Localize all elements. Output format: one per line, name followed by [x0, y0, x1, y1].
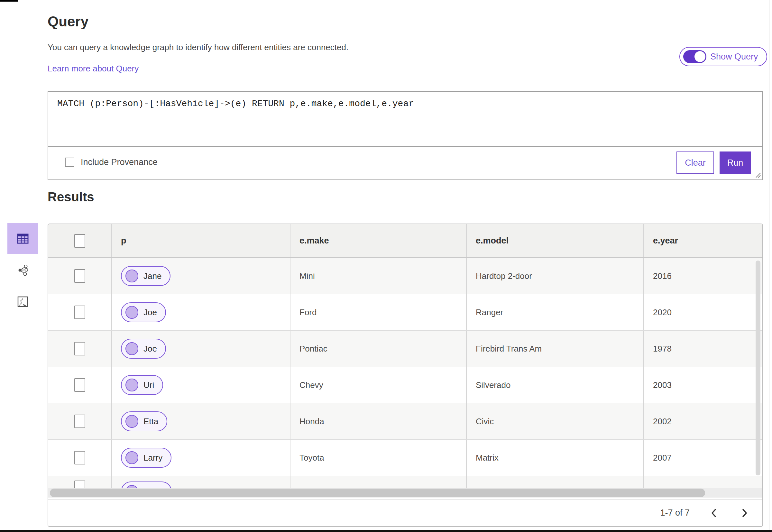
person-entity-chip[interactable]: Joe	[121, 302, 166, 322]
entity-node-icon	[125, 379, 138, 391]
column-header-year[interactable]: e.year	[653, 236, 678, 246]
tab-table-view[interactable]	[7, 223, 38, 254]
person-entity-chip[interactable]	[121, 482, 172, 488]
window-edge-artifact	[0, 0, 18, 2]
row-checkbox[interactable]	[74, 342, 85, 355]
link-chart-icon	[17, 265, 28, 276]
clear-button[interactable]: Clear	[676, 151, 714, 174]
view-switcher-rail	[7, 223, 38, 317]
table-row: Uri Chevy Silverado 2003	[48, 367, 762, 403]
query-controls-row: Include Provenance Clear Run	[48, 147, 762, 179]
cell-year: 2020	[653, 307, 672, 317]
cell-year: 2003	[653, 380, 672, 390]
cell-model: Hardtop 2-door	[476, 271, 532, 281]
window-edge-bottom	[0, 530, 772, 532]
column-header-p[interactable]: p	[121, 236, 126, 246]
table-header-row: p e.make e.model e.year	[48, 224, 762, 258]
table-row: Larry Toyota Matrix 2007	[48, 440, 762, 476]
cell-year: 1978	[653, 344, 672, 354]
row-checkbox[interactable]	[74, 451, 85, 464]
table-row-partial	[48, 476, 762, 488]
vertical-scrollbar[interactable]	[756, 261, 760, 475]
include-provenance-checkbox[interactable]: Include Provenance	[65, 157, 158, 167]
row-checkbox[interactable]	[74, 378, 85, 392]
query-editor-box: MATCH (p:Person)-[:HasVehicle]->(e) RETU…	[48, 91, 763, 180]
person-entity-chip[interactable]: Larry	[121, 448, 171, 468]
cell-model: Matrix	[476, 453, 499, 463]
pagination-range: 1-7 of 7	[660, 508, 690, 518]
results-table: p e.make e.model e.year Jane Mini Hardto…	[48, 224, 763, 527]
next-page-button[interactable]	[742, 509, 748, 518]
query-textarea[interactable]: MATCH (p:Person)-[:HasVehicle]->(e) RETU…	[48, 92, 762, 147]
row-checkbox[interactable]	[74, 481, 85, 488]
previous-page-button[interactable]	[711, 509, 717, 518]
page-title: Query	[48, 14, 88, 30]
entity-node-icon	[125, 415, 138, 428]
cell-year: 2016	[653, 271, 672, 281]
row-checkbox[interactable]	[74, 306, 85, 319]
table-footer: 1-7 of 7	[48, 499, 762, 526]
entity-node-icon	[125, 451, 138, 464]
person-entity-chip[interactable]: Uri	[121, 375, 163, 395]
row-checkbox[interactable]	[74, 415, 85, 428]
cell-make: Honda	[299, 417, 324, 427]
results-heading: Results	[48, 190, 94, 204]
query-page: Query You can query a knowledge graph to…	[0, 0, 772, 532]
table-row: Jane Mini Hardtop 2-door 2016	[48, 258, 762, 294]
entity-node-icon	[125, 342, 138, 355]
run-button[interactable]: Run	[720, 151, 751, 174]
tab-link-chart-view[interactable]	[7, 255, 38, 286]
cell-model: Civic	[476, 417, 494, 427]
column-header-make[interactable]: e.make	[299, 236, 329, 246]
table-row: Joe Pontiac Firebird Trans Am 1978	[48, 331, 762, 367]
include-provenance-label: Include Provenance	[81, 157, 158, 167]
window-edge-right	[769, 0, 769, 530]
table-row: Etta Honda Civic 2002	[48, 403, 762, 440]
cell-model: Firebird Trans Am	[476, 344, 542, 354]
table-body: Jane Mini Hardtop 2-door 2016 Joe Ford R…	[48, 258, 762, 476]
entity-node-icon	[125, 306, 138, 319]
table-row: Joe Ford Ranger 2020	[48, 294, 762, 331]
cell-make: Ford	[299, 307, 317, 317]
row-checkbox[interactable]	[74, 269, 85, 283]
tab-map-view[interactable]	[7, 286, 38, 317]
horizontal-scrollbar-thumb[interactable]	[50, 489, 705, 497]
cell-model: Ranger	[476, 307, 503, 317]
column-header-model[interactable]: e.model	[476, 236, 509, 246]
cell-year: 2007	[653, 453, 672, 463]
cell-make: Toyota	[299, 453, 324, 463]
cell-year: 2002	[653, 417, 672, 427]
table-icon	[17, 234, 29, 244]
show-query-label: Show Query	[710, 52, 758, 62]
person-entity-chip[interactable]: Jane	[121, 266, 170, 286]
chevron-right-icon	[742, 509, 748, 518]
cell-make: Pontiac	[299, 344, 327, 354]
entity-node-icon	[125, 485, 138, 488]
page-description: You can query a knowledge graph to ident…	[48, 42, 348, 52]
horizontal-scrollbar-track[interactable]	[48, 488, 762, 498]
toggle-on-icon[interactable]	[683, 50, 706, 63]
cell-model: Silverado	[476, 380, 510, 390]
person-entity-chip[interactable]: Joe	[121, 339, 166, 359]
entity-node-icon	[125, 270, 138, 282]
cell-make: Mini	[299, 271, 315, 281]
cell-make: Chevy	[299, 380, 323, 390]
learn-more-link[interactable]: Learn more about Query	[48, 64, 139, 74]
show-query-toggle[interactable]: Show Query	[679, 47, 767, 66]
chevron-left-icon	[711, 509, 717, 518]
person-entity-chip[interactable]: Etta	[121, 411, 167, 431]
checkbox-icon[interactable]	[65, 158, 74, 167]
map-icon	[17, 296, 28, 307]
select-all-checkbox[interactable]	[74, 234, 85, 248]
